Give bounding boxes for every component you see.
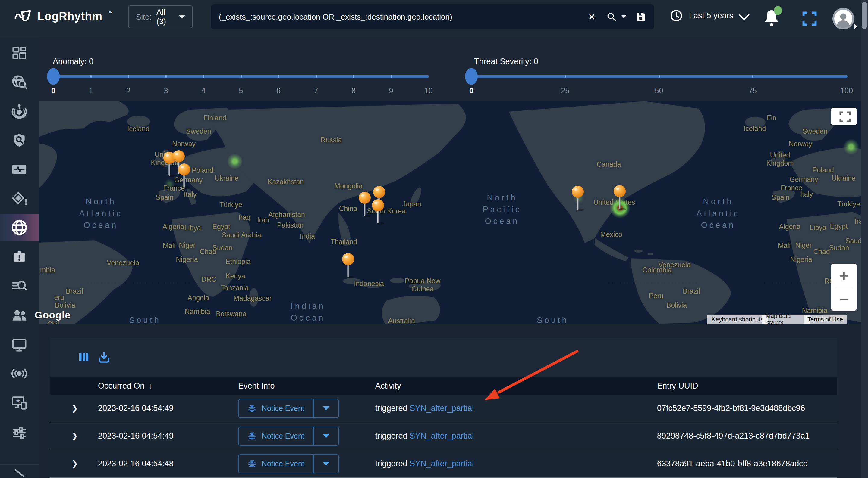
download-icon[interactable] [97, 351, 111, 364]
geo-map[interactable]: IcelandFinlandSwedenNorwayRussiaUnited K… [38, 101, 868, 324]
users-icon [11, 308, 28, 323]
anomaly-slider-handle[interactable] [47, 68, 60, 85]
notice-event-caret[interactable] [313, 426, 339, 446]
sidebar-item-alarms[interactable] [0, 185, 38, 212]
activity-monitor-icon [11, 162, 27, 177]
col-entry-uuid[interactable]: Entry UUID [657, 381, 837, 391]
shield-search-icon [11, 132, 27, 148]
sidebar-item-log-search[interactable] [0, 273, 38, 300]
occurred-on-cell: 2023-02-16 04:54:49 [98, 431, 238, 441]
bug-icon [247, 431, 257, 441]
sidebar-item-broadcast[interactable] [0, 360, 38, 387]
fullscreen-icon[interactable] [802, 11, 817, 27]
notice-event-button[interactable]: Notice Event [238, 399, 339, 418]
scrollbar-thumb[interactable] [862, 2, 867, 29]
notice-event-button[interactable]: Notice Event [238, 426, 339, 446]
terms-of-use-link[interactable]: Terms of Use [804, 315, 847, 324]
notification-badge [774, 6, 782, 15]
keyboard-shortcuts-button[interactable]: Keyboard shortcuts [707, 315, 768, 324]
slider-tick-label: 75 [749, 87, 757, 95]
row-expand-chevron-icon[interactable]: ❯ [50, 431, 98, 441]
time-range-selector[interactable]: Last 5 years [670, 9, 747, 22]
filter-sliders: Anomaly: 0 012345678910 Threat Severity:… [38, 38, 868, 101]
globe-search-icon [11, 74, 27, 90]
bug-icon [247, 459, 257, 469]
site-selector[interactable]: Site: All (3) [128, 5, 193, 28]
notice-event-label: Notice Event [261, 459, 304, 468]
entry-uuid-cell: 07fc52e7-5599-4fb2-bf81-9e3d488dbc96 [657, 404, 837, 413]
activity-cell: triggered SYN_after_partial [375, 404, 657, 413]
activity-link[interactable]: SYN_after_partial [410, 431, 474, 440]
slider-track-dot [315, 75, 317, 78]
table-row[interactable]: ❯ 2023-02-16 04:54:49 [50, 395, 837, 422]
site-value: All (3) [156, 7, 173, 26]
sidebar-item-devices[interactable]: ★ [0, 389, 38, 416]
monitor-icon [11, 337, 27, 352]
sidebar-divider [0, 465, 38, 465]
slider-track-dot [203, 75, 204, 78]
page-scrollbar[interactable] [861, 0, 868, 478]
sidebar-item-dashboard[interactable] [0, 40, 38, 66]
col-activity[interactable]: Activity [375, 381, 657, 391]
col-occurred-on[interactable]: Occurred On↓ [98, 381, 238, 391]
table-row[interactable]: ❯ 2023-02-16 04:54:48 [50, 450, 837, 478]
map-landmass [38, 101, 868, 324]
map-fullscreen-icon [831, 108, 857, 125]
partial-icon [11, 469, 27, 478]
brand-name: LogRhythm [37, 10, 102, 23]
notice-event-label: Notice Event [261, 404, 304, 413]
col-event-info[interactable]: Event Info [238, 381, 375, 391]
occurred-on-cell: 2023-02-16 04:54:49 [98, 404, 238, 413]
slider-tick-label: 3 [164, 87, 168, 95]
sidebar-item-shield-search[interactable] [0, 127, 38, 153]
activity-link[interactable]: SYN_after_partial [410, 404, 474, 413]
zoom-out-button[interactable]: − [831, 287, 857, 311]
google-logo[interactable]: Google [35, 309, 71, 321]
sidebar-item-monitor[interactable] [0, 332, 38, 358]
zoom-in-button[interactable]: + [831, 264, 857, 287]
map-fullscreen-button[interactable] [831, 108, 857, 125]
search-caret-icon [621, 15, 626, 19]
columns-icon[interactable] [78, 351, 90, 363]
site-label: Site: [136, 12, 152, 22]
sidebar-item-settings[interactable] [0, 419, 38, 445]
table-body: ❯ 2023-02-16 04:54:49 [50, 395, 837, 478]
activity-link[interactable]: SYN_after_partial [410, 459, 474, 468]
search-bar[interactable]: (_exists_:source.geo.location OR _exists… [211, 4, 654, 30]
logrhythm-logo[interactable]: LogRhythm ™ [14, 9, 112, 24]
notice-event-button[interactable]: Notice Event [238, 454, 339, 474]
user-avatar[interactable] [832, 8, 854, 30]
sidebar-item-geo-map[interactable] [0, 214, 38, 241]
occurred-on-cell: 2023-02-16 04:54:48 [98, 459, 238, 468]
row-expand-chevron-icon[interactable]: ❯ [50, 404, 98, 413]
sort-desc-icon[interactable]: ↓ [149, 381, 153, 390]
activity-cell: triggered SYN_after_partial [375, 431, 657, 441]
sidebar-item-activity[interactable] [0, 156, 38, 183]
brand-trademark: ™ [108, 10, 113, 15]
table-header: Occurred On↓ Event Info Activity Entry U… [50, 377, 837, 395]
search-query[interactable]: (_exists_:source.geo.location OR _exists… [219, 12, 586, 22]
sidebar-item-users[interactable] [0, 302, 38, 329]
sidebar-item-partial[interactable] [0, 468, 38, 478]
dashboard-icon [11, 45, 27, 61]
notice-event-caret[interactable] [313, 399, 339, 418]
event-info-cell: Notice Event [238, 426, 375, 446]
table-toolbar [50, 338, 837, 377]
threat-slider-handle[interactable] [465, 68, 478, 85]
clear-icon[interactable]: ✕ [586, 12, 597, 22]
sidebar-item-discover[interactable] [0, 69, 38, 95]
table-row[interactable]: ❯ 2023-02-16 04:54:49 [50, 422, 837, 450]
slider-track-dot [90, 75, 92, 78]
notifications-button[interactable] [764, 8, 781, 28]
slider-tick-label: 7 [314, 87, 318, 95]
slider-track-dot [658, 75, 660, 78]
sidebar-item-radar[interactable] [0, 98, 38, 124]
row-expand-chevron-icon[interactable]: ❯ [50, 459, 98, 468]
event-info-cell: Notice Event [238, 454, 375, 474]
notice-event-caret[interactable] [313, 454, 339, 474]
save-icon[interactable] [635, 11, 646, 22]
slider-track-dot [353, 75, 354, 78]
sidebar-item-case-alert[interactable] [0, 244, 38, 270]
slider-tick-label: 0 [51, 87, 56, 95]
search-icon[interactable] [607, 12, 626, 22]
